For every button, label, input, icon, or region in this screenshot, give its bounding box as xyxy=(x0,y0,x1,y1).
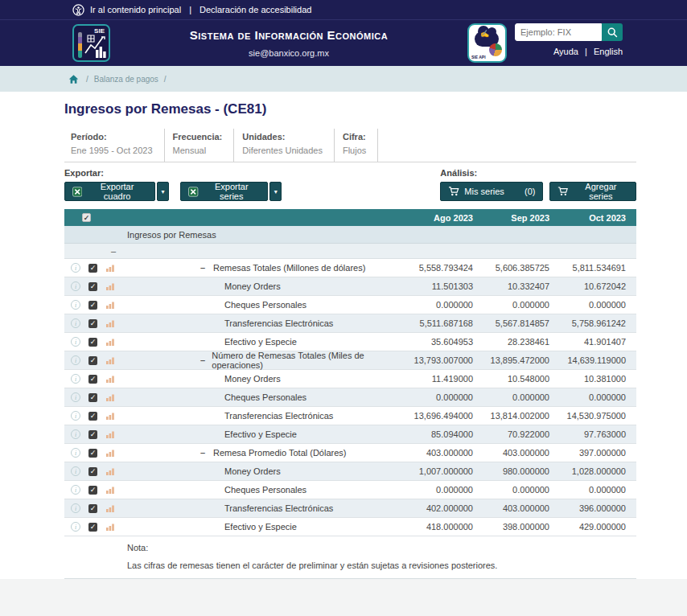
info-icon[interactable]: i xyxy=(71,374,80,384)
series-checkbox[interactable]: ✓ xyxy=(88,282,97,291)
info-icon[interactable]: i xyxy=(71,466,80,476)
mini-chart-icon[interactable] xyxy=(105,429,115,439)
value-oct-2023: 14,639.119000 xyxy=(549,355,636,365)
info-icon[interactable]: i xyxy=(71,337,80,347)
series-checkbox[interactable]: ✓ xyxy=(88,449,97,458)
mini-chart-icon[interactable] xyxy=(105,411,115,421)
info-icon[interactable]: i xyxy=(71,300,80,310)
select-all-checkbox[interactable]: ✓ xyxy=(82,213,91,222)
data-table: ✓ Ago 2023 Sep 2023 Oct 2023 Ingresos po… xyxy=(64,209,636,579)
series-checkbox[interactable]: ✓ xyxy=(88,319,97,328)
note-text: Las cifras de remesas tienen el carácter… xyxy=(127,561,636,570)
series-checkbox[interactable]: ✓ xyxy=(88,375,97,384)
info-icon[interactable]: i xyxy=(71,392,80,402)
help-link[interactable]: Ayuda xyxy=(553,47,578,56)
collapse-toggle[interactable]: – xyxy=(200,263,213,273)
export-table-button[interactable]: Exportar cuadro xyxy=(64,182,155,201)
mini-chart-icon[interactable] xyxy=(105,263,115,273)
value-oct-2023: 1,028.000000 xyxy=(549,466,636,476)
value-sep-2023: 5,567.814857 xyxy=(473,318,549,328)
mini-chart-icon[interactable] xyxy=(105,392,115,402)
mini-chart-icon[interactable] xyxy=(105,485,115,495)
group-collapse-toggle[interactable]: – xyxy=(111,246,116,256)
column-header-ago[interactable]: Ago 2023 xyxy=(397,213,473,223)
collapse-toggle[interactable]: – xyxy=(200,355,212,365)
series-checkbox[interactable]: ✓ xyxy=(88,523,97,532)
mini-chart-icon[interactable] xyxy=(105,337,115,347)
mini-chart-icon[interactable] xyxy=(105,503,115,513)
meta-value: Flujos xyxy=(343,146,366,155)
export-series-button[interactable]: Exportar series xyxy=(180,182,268,201)
table-row: i✓Money Orders11.41900010.54800010.38100… xyxy=(64,370,636,388)
info-icon[interactable]: i xyxy=(71,355,80,365)
info-icon[interactable]: i xyxy=(71,429,80,439)
mini-chart-icon[interactable] xyxy=(105,374,115,384)
sie-logo-chart-glyph xyxy=(84,32,108,60)
column-header-oct[interactable]: Oct 2023 xyxy=(549,213,636,223)
site-header: SIE Sistema de Información Económica sie… xyxy=(0,20,687,66)
mini-chart-icon[interactable] xyxy=(105,522,115,532)
info-icon[interactable]: i xyxy=(71,485,80,495)
breadcrumb-item-balanza[interactable]: Balanza de pagos xyxy=(94,75,158,84)
series-checkbox[interactable]: ✓ xyxy=(88,504,97,513)
add-series-button[interactable]: Agregar series xyxy=(549,182,636,201)
cart-plus-icon xyxy=(557,187,568,196)
series-checkbox[interactable]: ✓ xyxy=(88,393,97,402)
info-icon[interactable]: i xyxy=(71,503,80,513)
value-oct-2023: 0.000000 xyxy=(549,485,636,495)
series-label: Transferencias Electrónicas xyxy=(224,503,333,513)
site-title: Sistema de Información Económica xyxy=(110,28,467,42)
search-icon xyxy=(607,27,618,38)
search-button[interactable] xyxy=(602,23,623,41)
series-checkbox[interactable]: ✓ xyxy=(88,301,97,310)
export-series-label: Exportar series xyxy=(204,182,260,201)
series-checkbox[interactable]: ✓ xyxy=(88,338,97,347)
series-label: Transferencias Electrónicas xyxy=(224,318,333,328)
info-icon[interactable]: i xyxy=(71,263,80,273)
info-icon[interactable]: i xyxy=(71,281,80,291)
export-series-dropdown[interactable]: ▾ xyxy=(269,182,282,201)
value-oct-2023: 5,758.961242 xyxy=(549,318,636,328)
series-checkbox[interactable]: ✓ xyxy=(88,412,97,421)
sie-api-logo[interactable]: ✍ SIE API xyxy=(467,23,507,63)
sie-logo[interactable]: SIE xyxy=(72,24,110,62)
main-content: Ingresos por Remesas - (CE81) Período: E… xyxy=(0,92,687,579)
series-checkbox[interactable]: ✓ xyxy=(88,486,97,495)
accessibility-declaration-link[interactable]: Declaración de accesibilidad xyxy=(200,5,311,14)
series-metadata: Período: Ene 1995 - Oct 2023 Frecuencia:… xyxy=(64,129,636,162)
series-checkbox[interactable]: ✓ xyxy=(88,264,97,273)
info-icon[interactable]: i xyxy=(71,522,80,532)
value-oct-2023: 10.672042 xyxy=(549,281,636,291)
mini-chart-icon[interactable] xyxy=(105,466,115,476)
collapse-toggle[interactable]: – xyxy=(200,448,213,458)
column-header-sep[interactable]: Sep 2023 xyxy=(473,213,549,223)
contact-email[interactable]: sie@banxico.org.mx xyxy=(110,48,467,58)
info-icon[interactable]: i xyxy=(71,318,80,328)
series-label: Remesa Promedio Total (Dólares) xyxy=(213,448,346,458)
mini-chart-icon[interactable] xyxy=(105,448,115,458)
table-group-row: Ingresos por Remesas xyxy=(64,226,636,244)
series-checkbox[interactable]: ✓ xyxy=(88,430,97,439)
meta-frecuencia: Frecuencia: Mensual xyxy=(165,129,235,162)
mini-chart-icon[interactable] xyxy=(105,300,115,310)
series-checkbox[interactable]: ✓ xyxy=(88,356,97,365)
value-ago-2023: 0.000000 xyxy=(397,300,473,310)
export-table-dropdown[interactable]: ▾ xyxy=(157,182,169,201)
mini-chart-icon[interactable] xyxy=(105,355,115,365)
language-link[interactable]: English xyxy=(594,47,623,56)
skip-to-content-link[interactable]: Ir al contenido principal xyxy=(90,5,181,14)
search-input[interactable] xyxy=(515,23,602,41)
my-series-button[interactable]: Mis series (0) xyxy=(440,182,543,201)
info-icon[interactable]: i xyxy=(71,411,80,421)
table-body: i✓–Remesas Totales (Millones de dólares)… xyxy=(64,259,636,536)
series-checkbox[interactable]: ✓ xyxy=(88,467,97,476)
table-row: i✓–Remesa Promedio Total (Dólares)403.00… xyxy=(64,444,636,462)
info-icon[interactable]: i xyxy=(71,448,80,458)
table-row: i✓Efectivo y Especie35.60495328.23846141… xyxy=(64,333,636,351)
home-icon[interactable] xyxy=(68,74,79,84)
my-series-label: Mis series xyxy=(464,187,504,196)
breadcrumb-slash: / xyxy=(164,75,167,84)
mini-chart-icon[interactable] xyxy=(105,281,115,291)
mini-chart-icon[interactable] xyxy=(105,318,115,328)
value-sep-2023: 403.000000 xyxy=(473,503,549,513)
